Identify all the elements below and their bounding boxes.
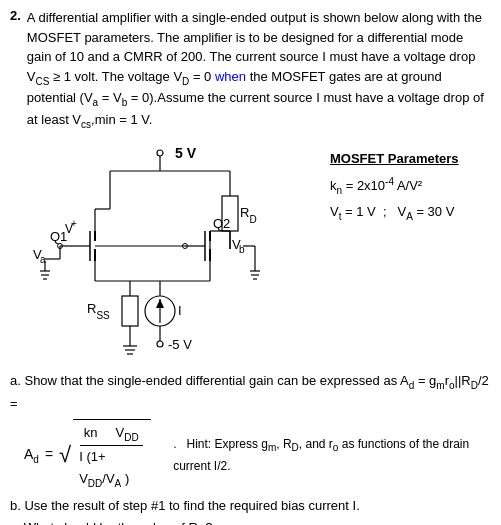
- answer-c: c. What should be the value of RD?: [10, 518, 491, 525]
- svg-rect-50: [122, 296, 138, 326]
- circuit-diagram: 5 V RD: [30, 141, 310, 361]
- svg-text:RSS: RSS: [87, 301, 110, 321]
- answer-c-label: c.: [10, 520, 24, 525]
- mosfet-parameters: MOSFET Parameters kn = 2x10-4 A/V² Vt = …: [330, 141, 459, 230]
- question-container: 2. A differential amplifier with a singl…: [10, 8, 491, 525]
- vt-va-param: Vt = 1 V ; VA = 30 V: [330, 204, 459, 222]
- circuit-area: 5 V RD: [30, 141, 491, 361]
- mosfet-params-title: MOSFET Parameters: [330, 151, 459, 166]
- answer-b-label: b.: [10, 498, 24, 513]
- svg-marker-55: [156, 299, 164, 308]
- sqrt-content: kn VDD I (1+ VDD/VA ): [73, 419, 151, 492]
- fraction-denominator: I (1+ VDD/VA ): [75, 446, 147, 492]
- question-number: 2.: [10, 8, 21, 131]
- svg-text:5 V: 5 V: [175, 145, 197, 161]
- fraction: kn VDD I (1+ VDD/VA ): [75, 422, 147, 492]
- answer-b: b. Use the result of step #1 to find the…: [10, 496, 491, 517]
- highlight-when: when: [215, 69, 246, 84]
- answer-a-text: Show that the single-ended differential …: [10, 373, 489, 411]
- kn-param: kn = 2x10-4 A/V²: [330, 176, 459, 196]
- sqrt-wrapper: √ kn VDD I (1+ VDD/VA ): [59, 419, 151, 492]
- answer-a-label: a.: [10, 373, 24, 388]
- formula-block: Ad = √ kn VDD I (1+ VDD/VA ) . Hint: Exp…: [24, 419, 491, 492]
- formula-equals: =: [45, 443, 53, 467]
- formula-ad: Ad: [24, 443, 39, 468]
- svg-point-0: [157, 150, 163, 156]
- svg-text:RD: RD: [240, 205, 257, 225]
- answer-c-text: What should be the value of RD?: [24, 520, 213, 525]
- svg-text:-5 V: -5 V: [168, 337, 192, 352]
- svg-text:I: I: [178, 303, 182, 318]
- big-formula: Ad = √ kn VDD I (1+ VDD/VA ): [24, 419, 155, 492]
- hint-text: . Hint: Express gm, RD, and ro as functi…: [173, 434, 491, 477]
- question-header: 2. A differential amplifier with a singl…: [10, 8, 491, 131]
- svg-text:+: +: [71, 218, 77, 229]
- circuit-svg: 5 V RD: [30, 141, 310, 361]
- fraction-numerator: kn VDD: [80, 422, 143, 447]
- svg-point-59: [157, 341, 163, 347]
- answer-a: a. Show that the single-ended differenti…: [10, 371, 491, 414]
- svg-text:Q2: Q2: [213, 216, 230, 231]
- sqrt-symbol: √: [59, 444, 71, 466]
- answers-section: a. Show that the single-ended differenti…: [10, 371, 491, 525]
- question-text: A differential amplifier with a single-e…: [27, 8, 491, 131]
- answer-b-text: Use the result of step #1 to find the re…: [24, 498, 359, 513]
- question-text-rest: the MOSFET gates are at ground potential…: [27, 69, 484, 127]
